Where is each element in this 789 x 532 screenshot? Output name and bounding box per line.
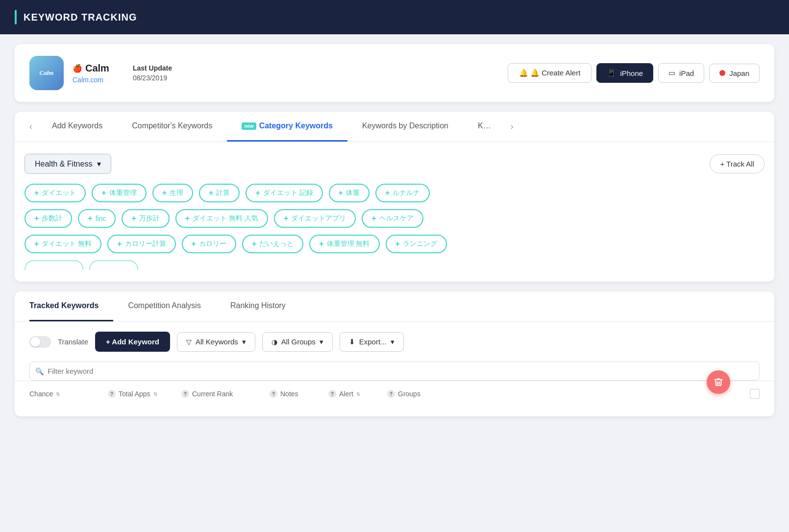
keyword-pill[interactable]: + ダイエット <box>25 184 86 202</box>
keyword-pill[interactable]: + ダイエットアプリ <box>274 209 356 228</box>
delete-button[interactable] <box>707 370 730 394</box>
keyword-pill[interactable]: + 生理 <box>152 184 193 202</box>
tab-category-keywords[interactable]: new Category Keywords <box>227 112 347 142</box>
chevron-down-icon: ▾ <box>97 159 101 169</box>
app-icon-label: Calm <box>40 69 54 77</box>
keyword-pill[interactable]: + 体重管理 <box>92 184 146 202</box>
info-icon: ? <box>270 390 277 398</box>
keyword-pill[interactable]: + 万歩計 <box>122 209 169 228</box>
toggle-knob <box>30 337 40 347</box>
tab-ranking-history[interactable]: Ranking History <box>230 291 300 321</box>
info-icon: ? <box>387 390 395 398</box>
keyword-nav-tabs: ‹ Add Keywords Competitor's Keywords new… <box>15 112 774 142</box>
keyword-pill[interactable]: + ダイエット 無料 人気 <box>175 209 268 228</box>
select-all-checkbox[interactable] <box>750 389 760 399</box>
track-all-button[interactable]: + Track All <box>710 154 764 173</box>
app-name: Calm <box>85 63 109 74</box>
japan-flag-icon <box>719 70 725 76</box>
iphone-button[interactable]: 📱 iPhone <box>596 63 653 83</box>
chevron-down-icon: ▾ <box>242 338 246 346</box>
keyword-pill[interactable]: + だいえっと <box>242 235 303 253</box>
translate-label: Translate <box>58 338 88 346</box>
chevron-down-icon: ▾ <box>391 338 394 346</box>
add-keyword-button[interactable]: + Add Keyword <box>95 332 170 352</box>
nav-arrow-right[interactable]: › <box>506 121 518 132</box>
th-notes: ? Notes <box>270 390 319 398</box>
export-button[interactable]: ⬇ Export... ▾ <box>340 332 404 352</box>
create-alert-button[interactable]: 🔔 🔔 Create Alert <box>508 63 592 83</box>
nav-arrow-left[interactable]: ‹ <box>25 121 37 132</box>
keyword-pill[interactable]: + 計算 <box>199 184 240 202</box>
info-icon: ? <box>108 390 116 398</box>
keyword-pill[interactable]: + ヘルスケア <box>362 209 423 228</box>
keyword-rows: + ダイエット + 体重管理 + 生理 + 計算 + ダイエット 記録 + 体重… <box>25 184 764 253</box>
category-section: Health & Fitness ▾ + Track All + ダイエット +… <box>15 142 774 282</box>
iphone-icon: 📱 <box>607 69 616 77</box>
filter-input-wrapper: 🔍 <box>29 362 760 381</box>
device-region-buttons: 🔔 🔔 Create Alert 📱 iPhone ▭ iPad Japan <box>508 63 760 83</box>
keyword-row-1: + ダイエット + 体重管理 + 生理 + 計算 + ダイエット 記録 + 体重… <box>25 184 764 202</box>
keyword-pill[interactable]: + ルナルナ <box>375 184 430 202</box>
export-icon: ⬇ <box>349 338 355 346</box>
translate-toggle[interactable] <box>29 336 51 348</box>
tab-more[interactable]: K… <box>463 112 506 142</box>
keyword-pill[interactable]: + 歩数計 <box>25 209 72 228</box>
app-details: Calm 🍎 Calm Calm.com Last Update 08/23/2… <box>29 56 172 90</box>
chevron-down-icon: ▾ <box>320 338 323 346</box>
info-icon: ? <box>181 390 189 398</box>
filter-keyword-input[interactable] <box>29 362 760 381</box>
app-icon: Calm <box>29 56 64 90</box>
keyword-pill[interactable]: + finc <box>78 209 116 228</box>
apple-logo-icon: 🍎 <box>73 64 82 73</box>
sort-icon: ⇅ <box>356 391 360 397</box>
sort-icon: ⇅ <box>56 391 60 397</box>
all-groups-filter-button[interactable]: ◑ All Groups ▾ <box>262 332 333 352</box>
filter-icon: ▽ <box>186 338 192 346</box>
bottom-tabs: Tracked Keywords Competition Analysis Ra… <box>15 291 774 322</box>
info-icon: ? <box>328 390 336 398</box>
th-alert: ? Alert ⇅ <box>328 390 377 398</box>
new-badge: new <box>242 122 256 130</box>
keyword-pill[interactable]: + ランニング <box>386 235 447 253</box>
category-dropdown-button[interactable]: Health & Fitness ▾ <box>25 154 111 174</box>
keyword-pill[interactable]: + ダイエット 無料 <box>25 235 101 253</box>
page-title: KEYWORD TRACKING <box>24 12 137 23</box>
tab-keywords-by-description[interactable]: Keywords by Description <box>347 112 463 142</box>
keyword-pill[interactable]: + 体重 <box>329 184 370 202</box>
app-info-card: Calm 🍎 Calm Calm.com Last Update 08/23/2… <box>15 44 774 102</box>
app-url-link[interactable]: Calm.com <box>73 76 109 84</box>
header-accent-bar <box>15 10 17 24</box>
keyword-pills-container: + ダイエット + 体重管理 + 生理 + 計算 + ダイエット 記録 + 体重… <box>25 184 764 270</box>
all-keywords-filter-button[interactable]: ▽ All Keywords ▾ <box>177 332 255 352</box>
sort-icon: ⇅ <box>153 391 157 397</box>
keyword-pill[interactable]: + カロリー <box>182 235 236 253</box>
keyword-pill[interactable]: + 体重管理 無料 <box>309 235 379 253</box>
category-header: Health & Fitness ▾ + Track All <box>25 154 764 174</box>
groups-icon: ◑ <box>271 338 277 346</box>
tab-competition-analysis[interactable]: Competition Analysis <box>128 291 216 321</box>
search-icon: 🔍 <box>35 367 44 375</box>
th-current-rank: ? Current Rank <box>181 390 260 398</box>
last-update-label: Last Update <box>133 64 172 72</box>
tab-add-keywords[interactable]: Add Keywords <box>37 112 117 142</box>
keyword-pill[interactable]: + カロリー計算 <box>107 235 175 253</box>
keyword-pill[interactable]: + ダイエット 記録 <box>246 184 322 202</box>
last-update-section: Last Update 08/23/2019 <box>133 64 172 82</box>
last-update-date: 08/23/2019 <box>133 74 172 82</box>
bottom-card: Tracked Keywords Competition Analysis Ra… <box>15 291 774 416</box>
ipad-icon: ▭ <box>668 69 675 77</box>
keyword-row-3: + ダイエット 無料 + カロリー計算 + カロリー + だいえっと + 体重管… <box>25 235 764 253</box>
th-chance: Chance ⇅ <box>29 390 78 398</box>
app-name-section: 🍎 Calm Calm.com <box>73 63 109 84</box>
th-groups: ? Groups <box>387 390 436 398</box>
table-header: Chance ⇅ ? Total Apps ⇅ ? Current Rank ?… <box>15 381 774 407</box>
keywords-card: ‹ Add Keywords Competitor's Keywords new… <box>15 112 774 282</box>
top-header: KEYWORD TRACKING <box>0 0 789 34</box>
japan-button[interactable]: Japan <box>709 64 760 83</box>
tab-competitors-keywords[interactable]: Competitor's Keywords <box>117 112 227 142</box>
ipad-button[interactable]: ▭ iPad <box>658 63 704 83</box>
keyword-row-2: + 歩数計 + finc + 万歩計 + ダイエット 無料 人気 + ダイエット… <box>25 209 764 228</box>
toolbar: Translate + Add Keyword ▽ All Keywords ▾… <box>15 322 774 362</box>
tab-tracked-keywords[interactable]: Tracked Keywords <box>29 291 113 321</box>
th-total-apps: ? Total Apps ⇅ <box>108 390 176 398</box>
